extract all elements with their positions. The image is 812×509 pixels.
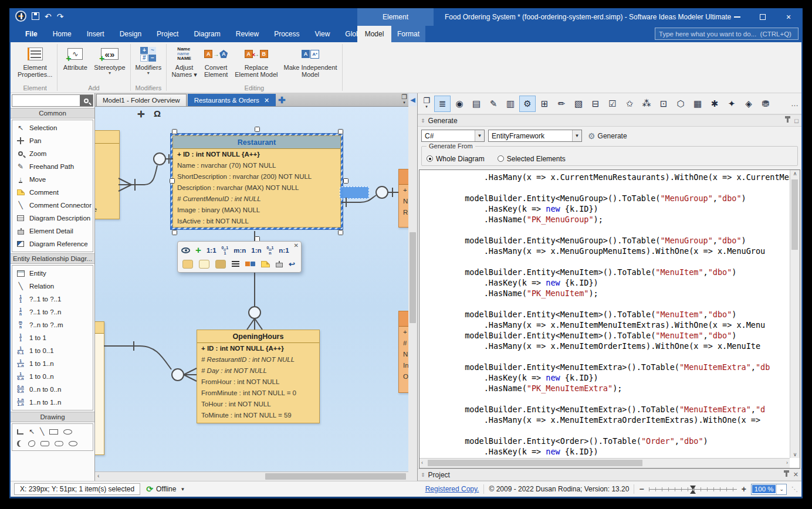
toolbox-item-move[interactable]: ↓Move [12,173,93,186]
toolbox-item-comment-connector[interactable]: ╲Comment Connector [12,199,93,212]
toolbox-item-1-to-1-n[interactable]: 11..n1 to 1..n [12,357,93,370]
toolbox-section-entity[interactable]: Entity Relationship Diagr... [11,253,94,264]
pencils-icon[interactable]: ▥ [502,96,519,112]
zoom-slider-thumb[interactable] [690,486,696,490]
splitter-icon[interactable]: ⇕ [421,472,425,478]
close-button[interactable]: × [776,8,801,26]
resize-grip[interactable]: ⋱ [791,486,798,493]
diagram-canvas[interactable]: ✛ Ω FalseRestaurant+ ID : int NOT NULL {… [95,107,408,471]
ribbon-tab-diagram[interactable]: Diagram [186,26,228,42]
generated-code-view[interactable]: .HasMany(x => x.CurrentMenuRestaurants).… [419,169,800,469]
toolbox-search-button[interactable] [80,95,93,106]
cardinality-m-n[interactable]: m:n [234,247,246,254]
document-tab-active[interactable]: Restaurants & Orders✕ [188,94,276,106]
document-tab-inactive[interactable]: Model1 - Folder Overview [96,94,187,106]
zoom-in-button[interactable]: + [742,484,746,494]
toolbox-item-freehand-path[interactable]: ✎Freehand Path [12,160,93,173]
export-model-icon[interactable]: ⊟ [587,96,604,112]
toolbox-item-relation[interactable]: ╲Relation [12,280,93,293]
selection-handle[interactable] [338,230,343,235]
cardinality-0-1-n[interactable]: 0..1n [267,246,274,255]
canvas-horizontal-scrollbar[interactable]: ‹ [95,471,408,481]
generation-documents-icon[interactable]: ≣ [434,96,451,112]
label-edit-icon[interactable]: ✎ [485,96,502,112]
back-icon[interactable]: ↩ [289,260,295,269]
chevron-down-icon[interactable]: ▼ [475,130,484,141]
checklist-icon[interactable]: ☑ [604,96,621,112]
add-diagram-tab-button[interactable]: ✚ [278,94,286,106]
generate-settings-icon[interactable]: ⚙ [519,96,536,112]
zoom-level-select[interactable]: 100 % ⌄ [751,484,787,495]
undo-icon[interactable]: ↶ [45,12,52,21]
maximize-button[interactable] [750,8,776,26]
chevron-down-icon[interactable]: ▼ [180,487,185,492]
drawing-line-tool[interactable]: ╲ [40,427,44,436]
drawing-arrow-tool[interactable]: ↖ [29,427,35,436]
ribbon-tab-view[interactable]: View [307,26,338,42]
language-select[interactable]: C#▼ [421,130,485,142]
element-detail-icon[interactable] [276,263,283,267]
stereotype-button[interactable]: «»+Stereotype▾ [92,43,127,82]
toolbox-section-common[interactable]: Common [11,108,94,118]
code-horizontal-scrollbar[interactable]: ‹› [419,458,790,468]
cardinality-1-n[interactable]: 1:n [251,247,261,254]
toolbox-item-comment[interactable]: Comment [12,186,93,199]
drawing-rect-tool[interactable] [49,429,58,435]
drawing-oval-tool[interactable] [69,441,77,446]
ribbon-tab-file[interactable]: File [18,26,45,42]
code-diamond-icon[interactable]: ◈ [740,96,757,112]
server-icon[interactable]: ▦ [689,96,706,112]
ribbon-tab-process[interactable]: Process [266,26,307,42]
comment-icon[interactable] [261,261,270,267]
radio-whole-diagram[interactable]: Whole Diagram [427,152,485,165]
toolbox-item-element-detail[interactable]: Element Detail [12,225,93,237]
drawing-pill-tool[interactable] [55,441,63,446]
visibility-icon[interactable] [181,247,190,253]
move-handle-icon[interactable]: ✛ [137,109,145,120]
adjust-names-button[interactable]: NamenameNAMEAdjust Names ▾ [169,43,199,82]
selection-handle[interactable] [170,178,175,184]
toolbox-item-zoom[interactable]: Zoom [12,147,93,160]
drawing-blob-tool[interactable] [28,440,35,447]
selection-handle[interactable] [338,129,343,134]
element-properties-button[interactable]: Element Properties... [15,43,55,82]
toolbox-item-1-to-0-1[interactable]: 10..11 to 0..1 [12,344,93,357]
ribbon-tab-model[interactable]: Model [357,26,391,42]
close-icon[interactable]: ✕ [294,242,299,249]
redo-icon[interactable]: ↷ [57,12,64,21]
minimize-button[interactable] [724,8,750,26]
convert-element-button[interactable]: A→AConvert Element [201,43,231,82]
code-vertical-scrollbar[interactable]: ∧∨ [790,170,800,458]
drawing-ellipse-tool[interactable] [63,429,72,435]
registered-copy-link[interactable]: Registered Copy. [425,485,479,493]
script-edit-icon[interactable]: ✏ [553,96,570,112]
drawing-roundrect-tool[interactable] [40,441,49,446]
symbols-icon[interactable]: ⁂ [638,96,655,112]
hexagon-icon[interactable]: ⬡ [672,96,689,112]
selection-handle[interactable] [172,230,177,235]
panel-windows-icon[interactable]: ❐▾ [419,96,434,112]
color-swatch[interactable] [199,260,209,269]
generate-button[interactable]: ⚙ Generate [586,130,630,142]
ct-table-icon[interactable]: ⊡ [655,96,672,112]
pin-icon[interactable] [787,118,789,123]
cardinality-1-1[interactable]: 1:1 [207,247,216,254]
color-swatch[interactable] [182,260,193,269]
database-icon[interactable]: ⛃ [757,96,774,112]
cardinality-n-1[interactable]: n:1 [279,247,289,254]
toolbox-item-0-n-to-0-n[interactable]: 0..n0..n0..n to 0..n [12,383,93,396]
drawing-elbow-tool[interactable] [17,429,23,435]
document-report-icon[interactable]: ▤ [468,96,485,112]
toolbox-item--n-to-m[interactable]: mn?..n to ?..m [12,318,93,331]
maximize-panel-icon[interactable]: □ [794,117,799,124]
rotate-handle-icon[interactable]: Ω [154,108,161,118]
toolbox-item--1-to-1[interactable]: 11?..1 to ?..1 [12,293,93,306]
radio-selected-elements[interactable]: Selected Elements [498,152,566,165]
toolbox-item-diagram-description[interactable]: Diagram Description [12,212,93,225]
zoom-slider[interactable] [649,486,737,493]
canvas-vertical-scrollbar[interactable] [408,106,417,481]
toolbox-item-1-to-1[interactable]: 111 to 1 [12,331,93,344]
toolbox-item-1-n-to-1-n[interactable]: 1..n1..n1..n to 1..n [12,396,93,409]
modifiers-button[interactable]: +~#−Modifiers▾ [133,43,164,82]
app-logo-icon[interactable] [15,11,26,22]
